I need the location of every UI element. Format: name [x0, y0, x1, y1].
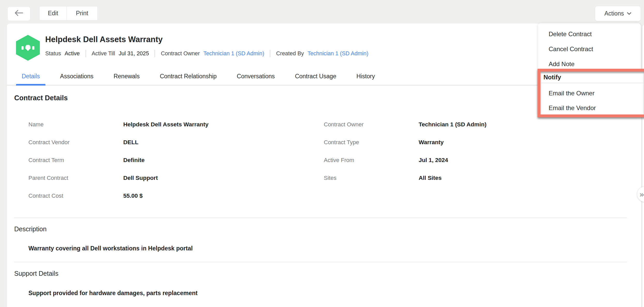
contract-hexagon-icon: [16, 35, 40, 61]
menu-item-email-the-vendor[interactable]: Email the Vendor: [540, 101, 644, 115]
print-button[interactable]: Print: [66, 6, 98, 20]
field-value: Technician 1 (SD Admin): [419, 121, 487, 128]
section-title-description: Description: [14, 225, 47, 233]
active-till-label: Active Till: [92, 50, 115, 57]
section-title-contract-details: Contract Details: [14, 94, 68, 102]
tab-details[interactable]: Details: [16, 68, 45, 85]
menu-item-cancel-contract[interactable]: Cancel Contract: [538, 42, 641, 57]
field-value: Definite: [123, 157, 145, 164]
field-value: DELL: [123, 139, 139, 146]
separator: [155, 50, 155, 57]
separator: [270, 50, 270, 57]
notify-highlight-box: Notify Email the Owner Email the Vendor: [538, 69, 644, 117]
tab-conversations[interactable]: Conversations: [231, 68, 280, 85]
field-value: All Sites: [419, 175, 442, 181]
divider: [14, 262, 627, 262]
chevron-down-icon: [627, 12, 631, 15]
page-title: Helpdesk Dell Assets Warranty: [45, 35, 163, 44]
tab-contract-usage[interactable]: Contract Usage: [289, 68, 342, 85]
status-label: Status: [45, 50, 61, 57]
double-chevron-right-icon: »: [640, 190, 644, 199]
field-label: Sites: [324, 175, 336, 181]
tab-history[interactable]: History: [351, 68, 381, 85]
menu-item-email-the-owner[interactable]: Email the Owner: [540, 86, 644, 101]
back-button[interactable]: [7, 6, 30, 21]
field-label: Active From: [324, 157, 354, 164]
contract-owner-label: Contract Owner: [161, 50, 200, 57]
field-value: 55.00 $: [123, 193, 143, 199]
field-label: Contract Cost: [28, 193, 63, 199]
tab-renewals[interactable]: Renewals: [108, 68, 145, 85]
field-label: Contract Owner: [324, 121, 364, 128]
separator: [86, 50, 86, 57]
field-label: Contract Type: [324, 139, 359, 146]
created-by-link[interactable]: Technician 1 (SD Admin): [308, 50, 368, 57]
field-value: Warranty: [419, 139, 444, 146]
page: Edit Print Actions Helpdesk Dell Assets …: [0, 0, 644, 307]
status-value: Active: [65, 50, 80, 57]
actions-button[interactable]: Actions: [595, 6, 641, 21]
section-title-support-details: Support Details: [14, 270, 58, 277]
field-value: Dell Support: [123, 175, 158, 181]
handshake-icon: [21, 44, 34, 52]
edit-button[interactable]: Edit: [39, 6, 67, 20]
field-value: Helpdesk Dell Assets Warranty: [123, 121, 209, 128]
menu-section-notify: Notify: [540, 72, 644, 83]
divider: [14, 218, 627, 218]
menu-item-delete-contract[interactable]: Delete Contract: [538, 27, 641, 42]
tab-associations[interactable]: Associations: [54, 68, 99, 85]
created-by-label: Created By: [276, 50, 304, 57]
collapsed-right-panel: [642, 25, 644, 307]
description-text: Warranty covering all Dell workstations …: [28, 245, 193, 252]
tab-contract-relationship[interactable]: Contract Relationship: [154, 68, 222, 85]
field-label: Parent Contract: [28, 175, 68, 181]
field-value: Jul 1, 2024: [419, 157, 448, 164]
field-label: Contract Term: [28, 157, 64, 164]
support-details-text: Support provided for hardware damages, p…: [28, 290, 197, 297]
field-label: Name: [28, 121, 44, 128]
contract-owner-link[interactable]: Technician 1 (SD Admin): [203, 50, 264, 57]
back-arrow-icon: [14, 10, 23, 18]
actions-button-label: Actions: [604, 10, 624, 17]
active-till-value: Jul 31, 2025: [119, 50, 149, 57]
field-label: Contract Vendor: [28, 139, 70, 146]
status-row: Status Active Active Till Jul 31, 2025 C…: [45, 49, 368, 58]
